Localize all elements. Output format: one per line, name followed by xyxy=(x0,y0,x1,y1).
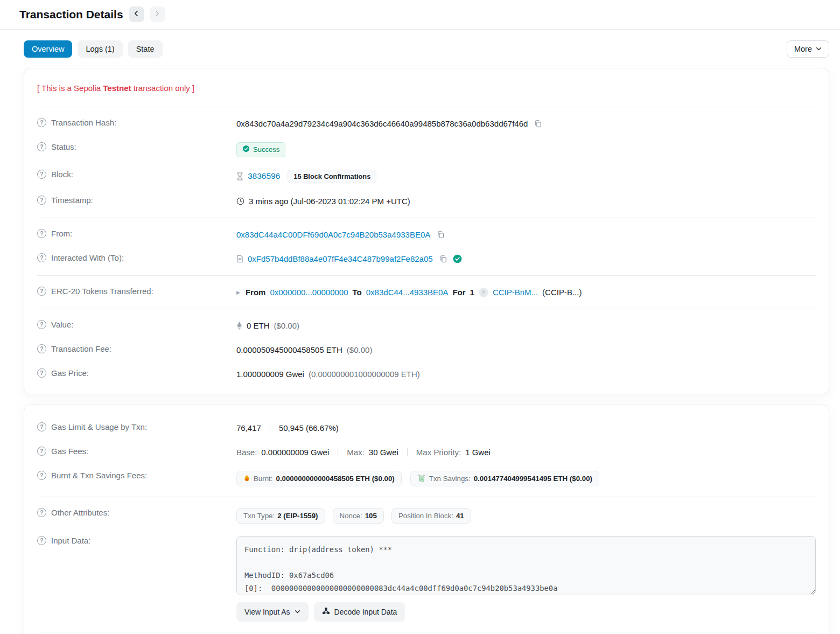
section-divider xyxy=(37,309,816,309)
erc20-transfers-label: ERC-20 Tokens Transferred: xyxy=(51,287,153,296)
erc20-for-word: For xyxy=(452,288,465,297)
timestamp-value: 3 mins ago (Jul-06-2023 01:02:24 PM +UTC… xyxy=(249,197,410,206)
transaction-hash-label: Transaction Hash: xyxy=(51,118,116,127)
gas-price-eth: (0.000000001000000009 ETH) xyxy=(309,370,420,379)
hourglass-icon xyxy=(236,172,243,180)
caret-right-icon[interactable]: ▶ xyxy=(236,290,240,295)
copy-icon[interactable] xyxy=(534,120,542,128)
testnet-notice-prefix: [ This is a Sepolia xyxy=(37,83,103,93)
value-label: Value: xyxy=(51,320,73,329)
copy-icon[interactable] xyxy=(437,231,445,239)
verified-check-icon xyxy=(453,254,462,263)
base-fee-value: 0.000000009 Gwei xyxy=(261,448,329,457)
view-input-as-button[interactable]: View Input As xyxy=(236,602,309,622)
burnt-fee-key: Burnt: xyxy=(254,475,272,483)
burnt-savings-label: Burnt & Txn Savings Fees: xyxy=(51,471,147,480)
chevron-down-icon xyxy=(816,45,822,53)
row-input-data: ? Input Data: Function: drip(address tok… xyxy=(37,530,816,628)
tab-state[interactable]: State xyxy=(128,40,163,58)
testnet-notice: [ This is a Sepolia Testnet transaction … xyxy=(37,79,816,102)
max-fee-value: 30 Gwei xyxy=(369,448,398,457)
help-icon[interactable]: ? xyxy=(37,142,46,151)
testnet-notice-suffix: transaction only ] xyxy=(131,83,195,93)
section-divider xyxy=(37,497,816,497)
previous-transaction-button[interactable] xyxy=(129,6,144,22)
help-icon[interactable]: ? xyxy=(37,422,46,431)
help-icon[interactable]: ? xyxy=(37,229,46,238)
input-data-textarea[interactable]: Function: drip(address token) *** Method… xyxy=(236,536,816,595)
transaction-hash-value: 0x843dc70a4a29d79234c49a904c363d6c46640a… xyxy=(236,119,528,128)
row-erc20-transfers: ? ERC-20 Tokens Transferred: ▶ From 0x00… xyxy=(37,280,816,304)
tabs-row: Overview Logs (1) State More xyxy=(24,40,829,58)
block-confirmations-badge: 15 Block Confirmations xyxy=(288,170,376,183)
section-divider xyxy=(37,275,816,276)
help-icon[interactable]: ? xyxy=(37,447,46,456)
txn-savings-value: 0.001477404999541495 ETH ($0.00) xyxy=(474,475,592,483)
help-icon[interactable]: ? xyxy=(37,536,46,545)
next-transaction-button[interactable] xyxy=(150,6,165,22)
row-other-attributes: ? Other Attributes: Txn Type: 2 (EIP-155… xyxy=(37,501,816,530)
money-wings-icon xyxy=(417,475,426,482)
help-icon[interactable]: ? xyxy=(37,368,46,378)
help-icon[interactable]: ? xyxy=(37,196,46,205)
nonce-value: 105 xyxy=(365,512,377,520)
row-block: ? Block: 3836596 15 Block Confirmations xyxy=(37,163,816,189)
base-fee-label: Base: xyxy=(236,448,257,457)
txn-savings-badge: Txn Savings: 0.001477404999541495 ETH ($… xyxy=(410,471,599,486)
row-gas-limit: ? Gas Limit & Usage by Txn: 76,417 50,94… xyxy=(37,416,816,440)
row-gas-price: ? Gas Price: 1.000000009 Gwei (0.0000000… xyxy=(37,362,816,386)
section-divider xyxy=(37,632,816,632)
tab-logs[interactable]: Logs (1) xyxy=(78,40,122,58)
details-card: ? Gas Limit & Usage by Txn: 76,417 50,94… xyxy=(24,405,829,634)
help-icon[interactable]: ? xyxy=(37,287,46,296)
help-icon[interactable]: ? xyxy=(37,253,46,262)
gas-limit-value: 76,417 xyxy=(236,423,261,433)
row-transaction-fee: ? Transaction Fee: 0.000050945000458505 … xyxy=(37,338,816,362)
txn-type-value: 2 (EIP-1559) xyxy=(277,512,318,520)
from-label: From: xyxy=(51,229,72,238)
section-divider xyxy=(37,107,816,107)
block-number-link[interactable]: 3836596 xyxy=(248,171,280,181)
clock-icon xyxy=(236,197,244,205)
chevron-left-icon xyxy=(133,10,139,18)
decode-input-data-button[interactable]: Decode Input Data xyxy=(314,602,405,622)
interacted-with-label: Interacted With (To): xyxy=(51,253,124,262)
decode-input-data-label: Decode Input Data xyxy=(334,608,397,616)
help-icon[interactable]: ? xyxy=(37,344,46,353)
nonce-key: Nonce: xyxy=(340,512,362,520)
help-icon[interactable]: ? xyxy=(37,508,46,517)
max-priority-label: Max Priority: xyxy=(416,448,461,457)
decode-nodes-icon xyxy=(322,607,330,617)
more-dropdown-button[interactable]: More xyxy=(787,40,829,58)
copy-icon[interactable] xyxy=(439,255,447,263)
erc20-amount: 1 xyxy=(470,288,474,297)
help-icon[interactable]: ? xyxy=(37,118,46,127)
txn-type-badge: Txn Type: 2 (EIP-1559) xyxy=(236,508,325,524)
transaction-details-page: Transaction Details Overview Logs (1) St… xyxy=(0,0,840,634)
contract-file-icon xyxy=(236,255,243,263)
tab-overview[interactable]: Overview xyxy=(24,40,72,58)
erc20-token-link[interactable]: CCIP-BnM... xyxy=(493,288,538,297)
flame-icon xyxy=(243,475,250,483)
separator xyxy=(338,448,338,456)
erc20-to-address-link[interactable]: 0x83dC44...4933BE0A xyxy=(366,288,449,297)
help-icon[interactable]: ? xyxy=(37,320,46,329)
burnt-fee-value: 0.000000000000458505 ETH ($0.00) xyxy=(276,475,394,483)
max-priority-value: 1 Gwei xyxy=(465,448,491,457)
from-address-link[interactable]: 0x83dC44a4C00DFf69d0A0c7c94B20b53a4933BE… xyxy=(236,230,430,239)
view-input-as-label: View Input As xyxy=(244,608,290,616)
help-icon[interactable]: ? xyxy=(37,471,46,480)
row-gas-fees: ? Gas Fees: Base: 0.000000009 Gwei Max: … xyxy=(37,440,816,464)
input-data-label: Input Data: xyxy=(51,536,90,545)
page-title: Transaction Details xyxy=(19,8,123,21)
separator xyxy=(407,448,408,456)
help-icon[interactable]: ? xyxy=(37,170,46,179)
tab-list: Overview Logs (1) State xyxy=(24,40,787,58)
row-interacted-with: ? Interacted With (To): 0xFd57b4ddBf88a4… xyxy=(37,247,816,271)
gas-limit-label: Gas Limit & Usage by Txn: xyxy=(51,422,147,431)
row-status: ? Status: Success xyxy=(37,136,816,163)
gas-price-label: Gas Price: xyxy=(51,368,89,378)
separator xyxy=(270,424,270,432)
to-address-link[interactable]: 0xFd57b4ddBf88a4e07fF4e34C487b99af2Fe82a… xyxy=(248,254,433,263)
erc20-from-address-link[interactable]: 0x000000...00000000 xyxy=(270,288,348,297)
